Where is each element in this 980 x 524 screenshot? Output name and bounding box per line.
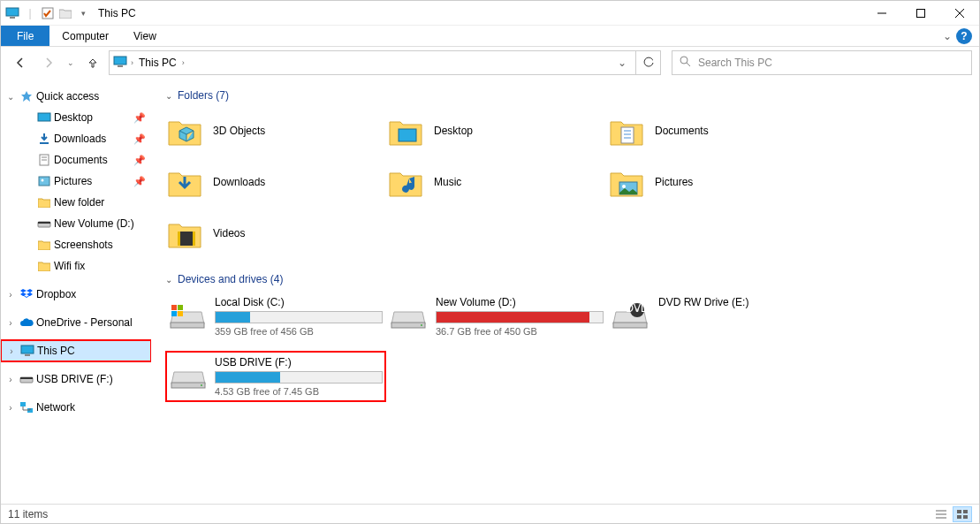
drive-item[interactable]: DVDDVD RW Drive (E:)	[607, 292, 828, 340]
address-bar[interactable]: › This PC › ⌄	[109, 50, 636, 75]
svg-rect-36	[178, 232, 180, 246]
file-tab[interactable]: File	[1, 26, 49, 46]
view-details-button[interactable]	[931, 506, 951, 522]
minimize-button[interactable]	[862, 1, 901, 26]
new-folder-icon[interactable]	[57, 5, 73, 21]
tree-quick-access[interactable]: ⌄ Quick access	[1, 86, 151, 107]
tree-item-label: New Volume (D:)	[54, 217, 151, 230]
folder-item[interactable]: Music	[386, 160, 607, 204]
tree-dropbox[interactable]: › Dropbox	[1, 284, 151, 305]
tree-item[interactable]: Pictures📌	[1, 171, 151, 192]
chevron-down-icon: ⌄	[165, 275, 172, 285]
drive-item[interactable]: New Volume (D:)36.7 GB free of 450 GB	[386, 292, 607, 340]
pin-icon: 📌	[133, 133, 146, 145]
folder-item[interactable]: 3D Objects	[165, 109, 386, 153]
svg-rect-19	[21, 346, 34, 353]
tree-this-pc[interactable]: › This PC	[1, 340, 151, 361]
ribbon-expand-icon[interactable]: ⌄	[938, 26, 956, 46]
tree-item-label: Wifi fix	[54, 260, 151, 272]
back-button[interactable]	[8, 50, 33, 75]
item-icon	[36, 173, 52, 189]
chevron-right-icon[interactable]: ›	[4, 290, 17, 300]
tree-item[interactable]: Wifi fix	[1, 255, 151, 277]
drive-capacity-bar	[436, 311, 604, 323]
folder-item[interactable]: Desktop	[386, 109, 607, 153]
up-button[interactable]	[80, 50, 105, 75]
breadcrumb[interactable]: This PC	[137, 57, 179, 69]
drive-item[interactable]: USB DRIVE (F:)4.53 GB free of 7.45 GB	[165, 351, 386, 402]
svg-rect-57	[963, 515, 968, 519]
search-icon	[680, 56, 691, 70]
drive-capacity-bar	[215, 311, 383, 323]
chevron-right-icon[interactable]: ›	[4, 375, 17, 384]
tree-item-label: Screenshots	[54, 239, 151, 251]
maximize-button[interactable]	[901, 1, 940, 26]
refresh-button[interactable]	[636, 50, 661, 75]
item-icon	[36, 152, 52, 168]
chevron-right-icon[interactable]: ›	[4, 403, 17, 413]
chevron-right-icon[interactable]: ›	[131, 58, 133, 67]
drive-label: Local Disk (C:)	[215, 296, 383, 308]
drive-free-text: 4.53 GB free of 7.45 GB	[215, 386, 383, 397]
folder-item[interactable]: Pictures	[607, 160, 828, 204]
svg-rect-54	[957, 510, 961, 513]
folder-item[interactable]: Videos	[165, 211, 386, 255]
star-icon	[19, 88, 34, 104]
ribbon-tabs: File Computer View ⌄ ?	[1, 26, 979, 47]
chevron-down-icon[interactable]: ⌄	[4, 92, 17, 102]
tree-onedrive[interactable]: › OneDrive - Personal	[1, 312, 151, 333]
tree-item[interactable]: Screenshots	[1, 234, 151, 255]
title-bar: | ▾ This PC	[1, 1, 979, 26]
tree-item[interactable]: Desktop📌	[1, 107, 151, 128]
address-dropdown-icon[interactable]: ⌄	[612, 57, 632, 69]
svg-rect-1	[10, 17, 15, 19]
svg-rect-45	[613, 323, 647, 328]
recent-dropdown[interactable]: ⌄	[65, 50, 77, 75]
folder-icon	[165, 163, 204, 201]
drive-item[interactable]: Local Disk (C:)359 GB free of 456 GB	[165, 292, 386, 340]
chevron-right-icon[interactable]: ›	[182, 58, 185, 67]
navigation-pane: ⌄ Quick access Desktop📌Downloads📌Documen…	[1, 79, 151, 504]
pc-icon	[113, 56, 127, 71]
forward-button[interactable]	[36, 50, 61, 75]
properties-icon[interactable]	[40, 5, 56, 21]
tree-network[interactable]: › Network	[1, 397, 151, 418]
search-input[interactable]: Search This PC	[672, 50, 972, 75]
folder-icon	[607, 163, 646, 201]
close-button[interactable]	[940, 1, 979, 26]
item-icon	[36, 237, 52, 253]
drive-icon	[171, 356, 206, 390]
pc-icon	[19, 343, 35, 359]
tree-item[interactable]: New Volume (D:)	[1, 213, 151, 234]
tree-item[interactable]: Downloads📌	[1, 128, 151, 149]
tree-item[interactable]: New folder	[1, 192, 151, 213]
tree-item[interactable]: Documents📌	[1, 149, 151, 171]
chevron-right-icon[interactable]: ›	[4, 318, 17, 328]
svg-rect-23	[20, 402, 26, 406]
drive-free-text: 36.7 GB free of 450 GB	[436, 326, 604, 337]
chevron-right-icon[interactable]: ›	[5, 346, 18, 356]
drive-label: USB DRIVE (F:)	[215, 356, 383, 368]
folder-label: Music	[434, 176, 461, 188]
tab-view[interactable]: View	[121, 26, 169, 46]
svg-rect-7	[114, 57, 126, 65]
svg-rect-55	[963, 510, 968, 513]
qat-dropdown-icon[interactable]: ▾	[75, 5, 91, 21]
help-icon[interactable]: ?	[956, 28, 972, 44]
folders-section-header[interactable]: ⌄ Folders (7)	[165, 89, 965, 102]
folder-label: Desktop	[434, 125, 473, 137]
cloud-icon	[19, 315, 34, 330]
folder-item[interactable]: Downloads	[165, 160, 386, 204]
drives-section-header[interactable]: ⌄ Devices and drives (4)	[165, 273, 965, 285]
folder-item[interactable]: Documents	[607, 109, 828, 153]
view-tiles-button[interactable]	[953, 506, 972, 522]
tree-item-label: New folder	[54, 196, 151, 209]
svg-text:DVD: DVD	[626, 303, 648, 315]
drive-capacity-bar	[215, 371, 383, 384]
chevron-down-icon: ⌄	[165, 91, 172, 101]
item-icon	[36, 216, 52, 232]
search-placeholder: Search This PC	[698, 57, 772, 69]
folder-label: Videos	[213, 227, 245, 239]
tree-usb-drive[interactable]: › USB DRIVE (F:)	[1, 368, 151, 390]
tab-computer[interactable]: Computer	[49, 26, 121, 46]
